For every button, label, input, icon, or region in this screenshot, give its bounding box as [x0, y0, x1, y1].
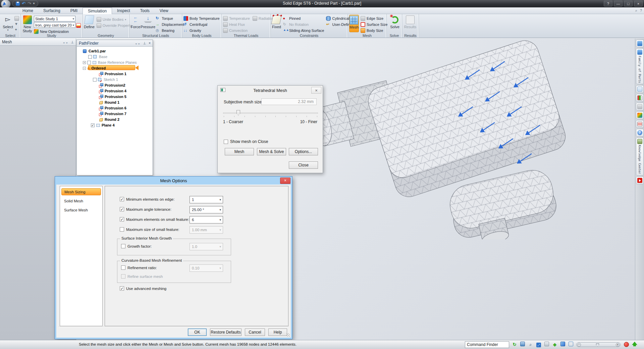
tab-pmi[interactable]: PMI — [65, 7, 83, 14]
mesh-size-slider-thumb[interactable] — [236, 110, 240, 116]
help-button[interactable]: ? — [604, 1, 612, 6]
fit-icon[interactable]: ⤢ — [535, 342, 542, 348]
mesh-dialog-button[interactable]: Mesh — [225, 148, 254, 155]
tab-simulation[interactable]: Simulation — [83, 7, 112, 14]
mesh-button[interactable]: Mesh — [349, 15, 359, 32]
surface-size-button[interactable]: Surface Size — [361, 21, 387, 28]
zoom-in-icon[interactable]: + — [616, 343, 620, 347]
panel-pin-icon[interactable]: ⊥ — [71, 40, 74, 44]
mesh-options-titlebar[interactable]: Mesh Options — [55, 177, 292, 185]
library-tab[interactable] — [636, 40, 644, 47]
fixed-button[interactable]: Fixed — [272, 15, 281, 33]
max-size-small-checkbox[interactable] — [120, 227, 124, 232]
help-tab[interactable]: ? — [636, 129, 644, 137]
help-dialog-button[interactable]: Help — [268, 329, 287, 336]
restore-defaults-button[interactable]: Restore Defaults — [210, 329, 241, 336]
tables-tab[interactable] — [636, 120, 644, 128]
tree-item-protrusion-4[interactable]: Protrusion 4 — [99, 88, 126, 94]
torque-button[interactable]: ↻ Torque — [156, 15, 184, 21]
tree-item-protrusion-6[interactable]: Protrusion 6 — [99, 105, 126, 111]
min-elements-select[interactable]: 1▾ — [190, 196, 223, 203]
force-button[interactable]: ←← Force — [131, 15, 140, 33]
pan-icon[interactable] — [543, 342, 550, 348]
mesh-and-solve-button[interactable]: Mesh & Solve — [257, 148, 286, 155]
shaded-view-icon[interactable] — [559, 342, 566, 348]
show-mesh-on-close-row[interactable]: Show mesh on Close — [224, 139, 268, 144]
sensors-tab[interactable] — [636, 94, 644, 102]
record-icon[interactable] — [624, 342, 629, 347]
solve-button[interactable]: ✳ Solve — [388, 15, 401, 33]
tree-item-protrusion-7[interactable]: Protrusion 7 — [99, 111, 126, 116]
tree-item-round-2[interactable]: Round 2 — [99, 117, 119, 122]
tree-item-base[interactable]: Base — [88, 54, 107, 59]
zoom-out-icon[interactable]: − — [577, 343, 581, 347]
new-study-button[interactable]: NewStudy — [22, 15, 33, 33]
zoom-slider-thumb[interactable] — [596, 343, 599, 347]
max-small-select[interactable]: 6▾ — [190, 216, 223, 223]
cancel-button[interactable]: Cancel — [245, 329, 265, 336]
nav-surface-mesh[interactable]: Surface Mesh — [61, 206, 101, 213]
max-small-checkbox[interactable]: ✓ — [120, 217, 124, 221]
pathfinder-close-icon[interactable]: × — [149, 41, 151, 45]
collapse-icon[interactable]: − — [83, 67, 86, 70]
zoom-area-icon[interactable] — [519, 342, 526, 348]
use-advanced-checkbox[interactable]: ✓ — [120, 286, 124, 291]
close-button[interactable]: × — [634, 1, 643, 6]
max-angle-checkbox[interactable]: ✓ — [120, 207, 124, 211]
body-size-button[interactable]: Body Size — [361, 28, 387, 34]
displacement-button[interactable]: → Displacement — [156, 21, 184, 28]
animation-tab[interactable] — [636, 103, 644, 110]
tetra-close-icon[interactable]: × — [311, 87, 321, 94]
base-checkbox[interactable] — [88, 55, 92, 59]
tab-surfacing[interactable]: Surfacing — [38, 7, 65, 14]
bearing-button[interactable]: ◎ Bearing — [156, 28, 184, 34]
model-viewport[interactable] — [312, 38, 607, 239]
youtube-tab[interactable] — [636, 177, 644, 184]
max-angle-select[interactable]: 25.00 °▾ — [190, 206, 223, 213]
tree-item-round-1[interactable]: Round 1 — [99, 100, 119, 105]
color-manager-tab[interactable] — [636, 111, 644, 119]
ok-button[interactable]: OK — [188, 329, 207, 336]
layers-tab[interactable] — [636, 85, 644, 93]
select-filter-icon[interactable]: ▼ — [14, 22, 19, 27]
zoom-icon[interactable]: ⌕ — [527, 342, 534, 348]
sketch-checkbox[interactable] — [93, 78, 97, 82]
pathfinder-collapse-icon[interactable]: ⌄⌄ — [135, 41, 141, 45]
resize-grip[interactable] — [286, 333, 290, 337]
command-finder-input[interactable] — [465, 341, 509, 348]
maximize-button[interactable]: □ — [624, 1, 633, 6]
select-box-icon[interactable] — [14, 16, 19, 21]
knowledge-center-tab[interactable]: Knowledge Center — [636, 138, 644, 176]
tree-item-root[interactable]: Carb1.par — [83, 48, 106, 54]
family-of-parts-tab[interactable]: Family of Parts — [636, 48, 644, 84]
refinement-ratio-checkbox[interactable] — [121, 265, 125, 270]
study-select[interactable]: Static Study 1▾ — [34, 16, 75, 21]
ribbon-help-icon[interactable]: ? — [640, 8, 642, 13]
pressure-button[interactable]: ↓ Pressure — [141, 15, 155, 33]
tab-view[interactable]: View — [155, 7, 173, 14]
growth-factor-checkbox[interactable] — [121, 244, 125, 248]
search-icon[interactable]: ⌕ — [635, 8, 637, 13]
tree-item-protrusion-5[interactable]: Protrusion 5 — [99, 94, 126, 99]
refresh-icon[interactable]: ↻ — [511, 342, 518, 348]
options-button[interactable]: Options... — [289, 148, 318, 155]
tree-item-protrusion2[interactable]: Protrusion2 — [99, 83, 125, 88]
tree-item-plane-4[interactable]: ✓ Plane 4 — [91, 122, 115, 128]
tetra-dialog-titlebar[interactable]: Tetrahedral Mesh × — [218, 86, 323, 95]
base-reference-planes-checkbox[interactable] — [87, 61, 91, 64]
pinned-button[interactable]: ⦁ Pinned — [283, 15, 324, 21]
centrifugal-button[interactable]: ↺ Centrifugal — [183, 21, 220, 28]
tab-home[interactable]: Home — [17, 7, 38, 14]
upload-icon[interactable] — [632, 342, 637, 345]
body-temperature-button[interactable]: Body Temperature — [183, 15, 220, 21]
define-button[interactable]: Define — [84, 15, 95, 33]
tree-item-sketch-1[interactable]: Sketch 1 — [93, 77, 118, 82]
show-mesh-on-close-checkbox[interactable] — [224, 140, 228, 144]
zoom-slider[interactable]: − + — [576, 342, 621, 347]
nav-solid-mesh[interactable]: Solid Mesh — [61, 197, 101, 204]
rotate-icon[interactable]: ◆ — [551, 342, 558, 348]
min-elements-checkbox[interactable]: ✓ — [120, 197, 124, 201]
wireframe-view-icon[interactable] — [568, 342, 574, 348]
expand-icon[interactable]: + — [83, 61, 86, 64]
tab-inspect[interactable]: Inspect — [112, 7, 135, 14]
